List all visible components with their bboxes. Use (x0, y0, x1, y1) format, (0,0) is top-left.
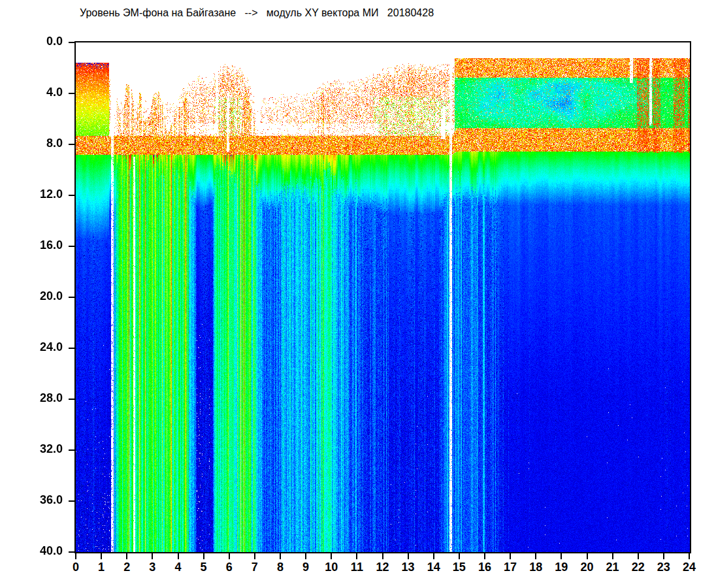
x-tick-label: 6 (215, 561, 244, 574)
y-tick-label: 4.0 (18, 86, 63, 99)
x-tick-label: 0 (61, 561, 90, 574)
x-axis-tick (510, 553, 511, 559)
plot-frame (74, 41, 691, 553)
x-tick-label: 2 (112, 561, 141, 574)
y-axis-tick (69, 42, 74, 43)
x-tick-label: 16 (470, 561, 499, 574)
y-axis-tick (69, 144, 74, 145)
y-tick-label: 28.0 (18, 391, 63, 405)
y-tick-label: 8.0 (18, 137, 63, 150)
x-axis-tick (75, 553, 76, 559)
x-axis-tick (356, 553, 357, 559)
x-axis-tick (408, 553, 409, 559)
y-tick-label: 20.0 (18, 289, 63, 303)
y-axis-tick (69, 297, 74, 298)
y-tick-label: 12.0 (18, 188, 63, 201)
x-axis-tick (587, 553, 588, 559)
x-tick-label: 23 (649, 561, 678, 574)
heatmap-canvas (76, 42, 690, 552)
y-tick-label: 0.0 (18, 35, 63, 48)
y-tick-label: 36.0 (18, 493, 63, 507)
spectrogram-viewer: Уровень ЭМ-фона на Байгазане --> модуль … (0, 0, 716, 588)
x-tick-label: 22 (624, 561, 653, 574)
x-tick-label: 19 (547, 561, 576, 574)
x-axis-tick (459, 553, 460, 559)
x-axis-tick (331, 553, 332, 559)
y-axis-tick (69, 551, 74, 553)
x-axis-tick (101, 553, 102, 559)
x-tick-label: 4 (164, 561, 193, 574)
x-axis-tick (689, 553, 690, 559)
x-axis-tick (229, 553, 230, 559)
y-axis-tick (69, 93, 74, 94)
x-tick-label: 24 (675, 561, 704, 574)
x-tick-label: 18 (521, 561, 550, 574)
x-tick-label: 12 (368, 561, 397, 574)
x-axis-tick (663, 553, 664, 559)
x-axis-tick (280, 553, 281, 559)
x-tick-label: 13 (394, 561, 423, 574)
y-axis-tick (69, 449, 74, 451)
x-axis-tick (203, 553, 204, 559)
x-axis-tick (382, 553, 383, 559)
x-tick-label: 3 (138, 561, 167, 574)
y-tick-label: 24.0 (18, 340, 63, 354)
x-axis-tick (484, 553, 485, 559)
y-tick-label: 40.0 (18, 544, 63, 558)
x-tick-label: 17 (496, 561, 525, 574)
x-axis-tick (254, 553, 255, 559)
x-axis-tick (126, 553, 127, 559)
x-tick-label: 7 (240, 561, 269, 574)
chart-title: Уровень ЭМ-фона на Байгазане --> модуль … (80, 7, 434, 19)
x-tick-label: 15 (445, 561, 474, 574)
x-tick-label: 20 (573, 561, 602, 574)
x-tick-label: 1 (87, 561, 116, 574)
x-axis-tick (535, 553, 536, 559)
x-tick-label: 11 (342, 561, 371, 574)
x-tick-label: 8 (266, 561, 295, 574)
x-tick-label: 10 (317, 561, 346, 574)
x-axis-tick (152, 553, 153, 559)
y-axis-tick (69, 399, 74, 400)
y-tick-label: 16.0 (18, 238, 63, 252)
x-axis-tick (561, 553, 562, 559)
y-tick-label: 32.0 (18, 442, 63, 456)
x-tick-label: 14 (419, 561, 448, 574)
x-tick-label: 21 (598, 561, 627, 574)
x-tick-label: 5 (189, 561, 218, 574)
y-axis-tick (69, 246, 74, 247)
x-axis-tick (178, 553, 179, 559)
x-axis-tick (638, 553, 639, 559)
x-axis-tick (612, 553, 613, 559)
x-axis-tick (305, 553, 306, 559)
y-axis-tick (69, 500, 74, 502)
y-axis-tick (69, 195, 74, 196)
y-axis-tick (69, 348, 74, 349)
x-tick-label: 9 (291, 561, 320, 574)
x-axis-tick (433, 553, 434, 559)
